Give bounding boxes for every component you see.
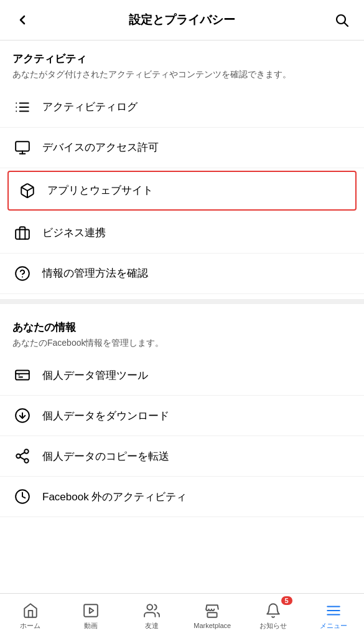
nav-item-menu[interactable]: メニュー xyxy=(304,594,365,638)
svg-marker-28 xyxy=(90,607,94,613)
svg-rect-8 xyxy=(16,141,29,151)
help-circle-icon xyxy=(12,264,32,283)
nav-video-label: 動画 xyxy=(84,621,98,631)
svg-line-24 xyxy=(20,457,24,460)
menu-item-copy-data[interactable]: 個人データのコピーを転送 xyxy=(0,436,364,477)
copy-data-label: 個人データのコピーを転送 xyxy=(42,449,169,464)
svg-line-25 xyxy=(20,452,24,455)
nav-item-friends[interactable]: 友達 xyxy=(121,594,182,638)
users-icon xyxy=(143,602,161,619)
search-button[interactable] xyxy=(330,9,353,31)
your-info-menu-list: 個人データ管理ツール 個人データをダウンロード xyxy=(0,355,364,517)
monitor-icon xyxy=(12,138,32,158)
nav-home-label: ホーム xyxy=(20,621,40,631)
your-info-section-title: あなたの情報 xyxy=(12,320,352,335)
svg-line-1 xyxy=(345,23,348,27)
nav-friends-label: 友達 xyxy=(145,621,159,631)
activity-section-subtitle: あなたがタグ付けされたアクティビティやコンテンツを確認できます。 xyxy=(12,69,352,81)
box-icon xyxy=(17,181,37,201)
nav-item-marketplace[interactable]: Marketplace xyxy=(182,594,243,638)
section-divider xyxy=(0,299,364,304)
nav-item-video[interactable]: 動画 xyxy=(61,594,122,638)
play-icon xyxy=(82,602,100,619)
download-circle-icon xyxy=(12,406,32,426)
menu-item-personal-data-tool[interactable]: 個人データ管理ツール xyxy=(0,355,364,396)
menu-item-business[interactable]: ビジネス連携 xyxy=(0,213,364,254)
id-card-icon xyxy=(12,365,32,385)
activity-log-label: アクティビティログ xyxy=(42,100,138,114)
menu-item-apps-websites[interactable]: アプリとウェブサイト xyxy=(7,171,357,211)
device-access-label: デバイスのアクセス許可 xyxy=(42,140,159,155)
nav-notifications-label: お知らせ xyxy=(259,621,287,631)
bottom-nav: ホーム 動画 友達 xyxy=(0,593,364,638)
share-data-icon xyxy=(12,446,32,466)
clock-fb-icon xyxy=(12,487,32,507)
svg-rect-27 xyxy=(84,604,98,617)
briefcase-icon xyxy=(12,223,32,243)
personal-data-tool-label: 個人データ管理ツール xyxy=(42,368,148,383)
page-title: 設定とプライバシー xyxy=(129,12,235,28)
svg-point-29 xyxy=(147,604,152,610)
back-button[interactable] xyxy=(11,9,34,31)
main-content: 設定とプライバシー アクティビティ あなたがタグ付けされたアクティビティやコンテ… xyxy=(0,0,364,567)
business-label: ビジネス連携 xyxy=(42,226,106,240)
menu-icon xyxy=(325,602,342,619)
download-data-label: 個人データをダウンロード xyxy=(42,409,169,423)
svg-rect-12 xyxy=(16,229,29,239)
notification-badge: 5 xyxy=(281,596,292,605)
nav-item-home[interactable]: ホーム xyxy=(0,594,61,638)
store-icon xyxy=(203,602,221,620)
activity-menu-list: アクティビティログ デバイスのアクセス許可 アプリと xyxy=(0,87,364,294)
menu-item-activity-log[interactable]: アクティビティログ xyxy=(0,87,364,128)
nav-marketplace-label: Marketplace xyxy=(194,622,231,629)
off-facebook-label: Facebook 外のアクティビティ xyxy=(42,490,187,504)
svg-point-13 xyxy=(16,267,29,280)
bell-icon xyxy=(264,602,282,619)
your-info-section-header: あなたの情報 あなたのFacebook情報を管理します。 xyxy=(0,309,364,353)
menu-item-off-facebook[interactable]: Facebook 外のアクティビティ xyxy=(0,477,364,517)
activity-section-title: アクティビティ xyxy=(12,52,352,66)
your-info-section-subtitle: あなたのFacebook情報を管理します。 xyxy=(12,337,352,350)
header: 設定とプライバシー xyxy=(0,0,364,40)
nav-item-notifications[interactable]: 5 お知らせ xyxy=(243,594,304,638)
menu-item-download-data[interactable]: 個人データをダウンロード xyxy=(0,396,364,436)
list-icon xyxy=(12,97,32,117)
info-manage-label: 情報の管理方法を確認 xyxy=(42,266,148,280)
home-icon xyxy=(22,602,39,619)
menu-item-info-manage[interactable]: 情報の管理方法を確認 xyxy=(0,254,364,294)
menu-item-device-access[interactable]: デバイスのアクセス許可 xyxy=(0,128,364,168)
activity-section-header: アクティビティ あなたがタグ付けされたアクティビティやコンテンツを確認できます。 xyxy=(0,40,364,85)
svg-rect-30 xyxy=(208,612,217,617)
nav-menu-label: メニュー xyxy=(320,621,347,631)
apps-websites-label: アプリとウェブサイト xyxy=(47,183,153,198)
svg-rect-15 xyxy=(16,371,29,380)
